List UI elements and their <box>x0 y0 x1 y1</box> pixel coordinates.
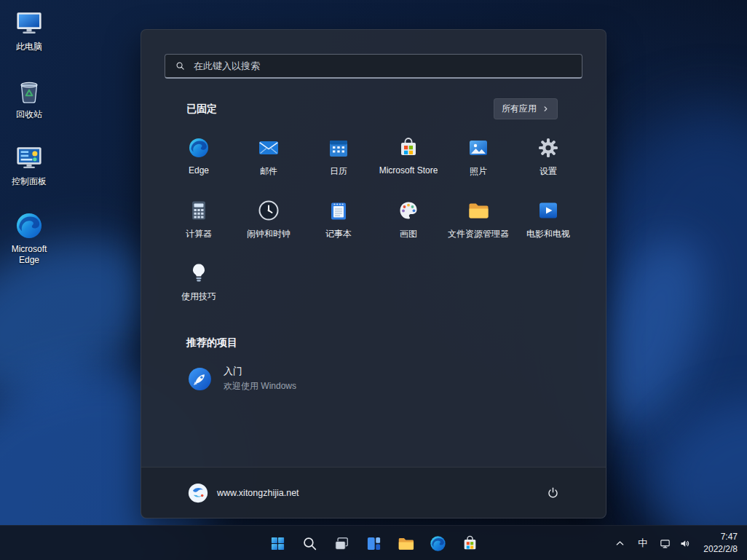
widgets-icon <box>365 535 383 553</box>
all-apps-button[interactable]: 所有应用 <box>494 98 558 119</box>
search-placeholder: 在此键入以搜索 <box>194 60 260 73</box>
network-icon <box>659 537 671 550</box>
taskbar-button-edge[interactable] <box>422 529 454 558</box>
file-explorer-icon <box>467 199 490 222</box>
pinned-app-notepad[interactable]: 记事本 <box>304 192 374 252</box>
pinned-app-clock[interactable]: 闹钟和时钟 <box>234 192 304 252</box>
desktop-icon-this-pc[interactable]: 此电脑 <box>1 6 57 55</box>
pinned-app-mail[interactable]: 邮件 <box>234 129 304 189</box>
calendar-icon <box>327 136 350 159</box>
volume-icon <box>679 537 691 550</box>
ime-label: 中 <box>638 537 647 550</box>
pinned-app-label: Edge <box>189 165 209 176</box>
desktop-icon-microsoft-edge[interactable]: Microsoft Edge <box>1 208 57 269</box>
pinned-app-label: 照片 <box>470 165 487 178</box>
pinned-app-movies[interactable]: 电影和电视 <box>513 192 583 252</box>
start-icon <box>269 535 287 553</box>
recycle-bin-icon <box>14 76 44 106</box>
taskbar: 中 7:47 2022/2/8 <box>0 525 747 560</box>
recommended-item-subtitle: 欢迎使用 Windows <box>224 380 296 393</box>
taskbar-button-store[interactable] <box>454 529 486 558</box>
get-started-icon <box>186 366 213 393</box>
pinned-app-label: 日历 <box>330 165 347 178</box>
search-icon <box>301 535 319 553</box>
tray-chevron-button[interactable] <box>608 529 632 558</box>
clock-time: 7:47 <box>721 531 738 543</box>
recommended-list: 入门欢迎使用 Windows <box>176 358 571 399</box>
pinned-app-settings[interactable]: 设置 <box>513 129 583 189</box>
pinned-app-photos[interactable]: 照片 <box>443 129 513 189</box>
this-pc-icon <box>14 8 44 39</box>
quick-settings-button[interactable] <box>653 529 697 558</box>
pinned-app-label: 邮件 <box>260 165 277 178</box>
chevron-right-icon <box>542 105 550 113</box>
power-button[interactable] <box>537 479 568 507</box>
pinned-app-file-explorer[interactable]: 文件资源管理器 <box>443 192 513 252</box>
desktop-icon-list: 此电脑回收站控制面板Microsoft Edge <box>1 6 57 269</box>
photos-icon <box>467 136 490 159</box>
pinned-app-label: 使用技巧 <box>181 291 216 303</box>
pinned-apps-grid: Edge邮件日历Microsoft Store照片设置计算器闹钟和时钟记事本画图… <box>141 129 606 315</box>
edge-icon <box>429 535 447 553</box>
pinned-app-label: 设置 <box>540 165 557 178</box>
edge-icon <box>187 136 210 159</box>
clock[interactable]: 7:47 2022/2/8 <box>697 529 744 558</box>
mail-icon <box>257 136 280 159</box>
pinned-app-label: 电影和电视 <box>526 228 570 240</box>
store-icon <box>461 535 479 553</box>
pinned-app-label: 记事本 <box>325 228 352 240</box>
desktop-icon-label: Microsoft Edge <box>3 244 55 267</box>
site-avatar <box>188 483 208 503</box>
calculator-icon <box>187 199 210 222</box>
search-icon <box>175 60 186 71</box>
pinned-app-label: Microsoft Store <box>379 165 438 176</box>
pinned-app-calculator[interactable]: 计算器 <box>164 192 234 252</box>
settings-icon <box>537 136 560 159</box>
system-tray: 中 7:47 2022/2/8 <box>608 529 744 558</box>
pinned-app-store[interactable]: Microsoft Store <box>374 129 443 189</box>
pinned-app-calendar[interactable]: 日历 <box>304 129 374 189</box>
desktop-icon-label: 回收站 <box>16 109 42 121</box>
start-menu-footer: www.xitongzhijia.net <box>141 467 606 518</box>
taskbar-button-file-explorer[interactable] <box>390 529 422 558</box>
site-name: www.xitongzhijia.net <box>217 488 299 498</box>
notepad-icon <box>327 199 350 222</box>
file-explorer-icon <box>397 535 415 553</box>
power-icon <box>546 486 560 500</box>
desktop-icon-control-panel[interactable]: 控制面板 <box>1 141 57 190</box>
pinned-app-label: 文件资源管理器 <box>448 228 509 240</box>
clock-icon <box>257 199 280 222</box>
pinned-app-paint[interactable]: 画图 <box>374 192 443 252</box>
all-apps-label: 所有应用 <box>502 103 537 115</box>
recommended-section-title: 推荐的项目 <box>186 336 561 350</box>
clock-date: 2022/2/8 <box>703 543 738 556</box>
pinned-app-tips[interactable]: 使用技巧 <box>164 254 234 315</box>
user-profile-button[interactable]: www.xitongzhijia.net <box>179 478 308 508</box>
taskbar-button-start[interactable] <box>261 529 293 558</box>
desktop-icon-recycle-bin[interactable]: 回收站 <box>1 74 57 123</box>
control-panel-icon <box>14 143 44 173</box>
pinned-app-label: 计算器 <box>186 228 212 240</box>
pinned-app-label: 画图 <box>400 228 417 240</box>
taskbar-button-widgets[interactable] <box>357 529 390 558</box>
recommended-item-title: 入门 <box>224 365 296 378</box>
taskbar-button-search[interactable] <box>293 529 325 558</box>
taskbar-buttons <box>261 529 486 558</box>
start-menu: 在此键入以搜索 已固定 所有应用 Edge邮件日历Microsoft Store… <box>141 29 606 518</box>
recommended-item-get-started[interactable]: 入门欢迎使用 Windows <box>176 358 395 399</box>
ime-indicator[interactable]: 中 <box>632 529 653 558</box>
tips-icon <box>187 261 210 285</box>
start-search-input[interactable]: 在此键入以搜索 <box>165 54 582 79</box>
store-icon <box>397 136 420 159</box>
edge-icon <box>14 210 44 241</box>
pinned-app-edge[interactable]: Edge <box>164 129 234 189</box>
chevron-up-icon <box>614 537 626 550</box>
movies-icon <box>537 199 560 222</box>
pinned-app-label: 闹钟和时钟 <box>247 228 290 240</box>
taskbar-button-task-view[interactable] <box>325 529 357 558</box>
paint-icon <box>397 199 420 222</box>
task-view-icon <box>333 535 351 553</box>
pinned-section-title: 已固定 <box>186 103 217 116</box>
desktop-icon-label: 控制面板 <box>12 176 47 188</box>
desktop-icon-label: 此电脑 <box>16 42 42 53</box>
